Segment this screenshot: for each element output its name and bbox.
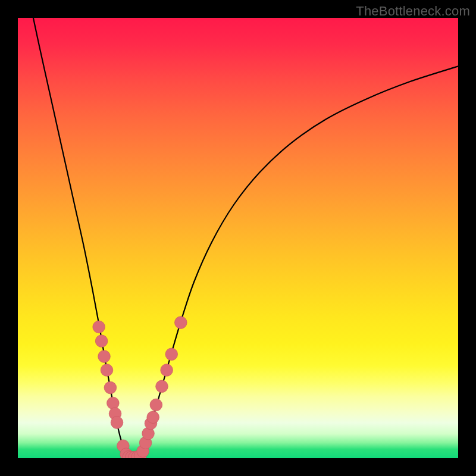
- curve-marker: [156, 380, 168, 393]
- curve-markers: [18, 18, 458, 458]
- chart-plot-area: [18, 18, 458, 458]
- curve-marker: [104, 381, 117, 394]
- watermark-text: TheBottleneck.com: [356, 4, 470, 19]
- curve-marker: [95, 335, 108, 347]
- curve-marker: [107, 397, 119, 409]
- curve-marker: [161, 364, 173, 377]
- curve-marker: [150, 399, 162, 411]
- curve-marker: [174, 317, 187, 329]
- curve-marker: [101, 364, 113, 377]
- curve-marker: [165, 348, 178, 361]
- curve-marker: [111, 416, 123, 429]
- curve-marker: [147, 411, 159, 424]
- curve-marker: [98, 350, 111, 363]
- curve-marker: [93, 321, 105, 333]
